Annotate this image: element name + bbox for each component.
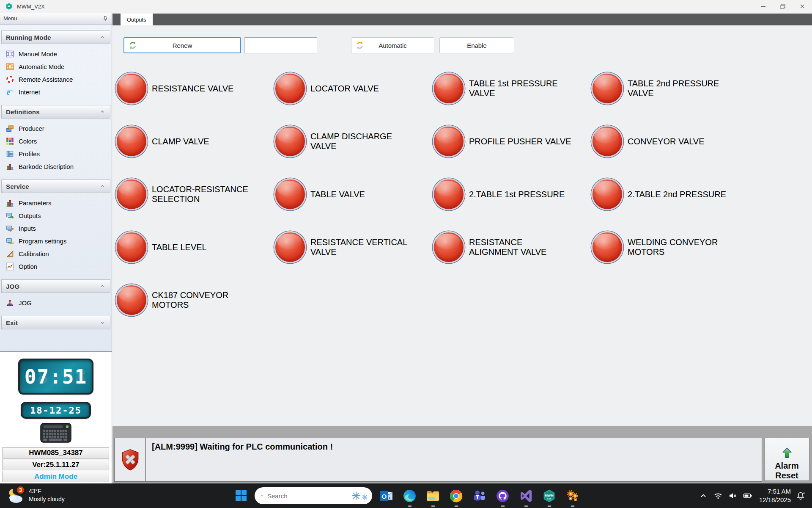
sidebar-item-internet[interactable]: e Internet <box>0 86 112 98</box>
output-indicator[interactable] <box>591 125 623 157</box>
taskbar-app-file-explorer[interactable] <box>421 483 444 508</box>
output-indicator[interactable] <box>433 72 465 105</box>
output-item-clamp-valve: CLAMP VALVE <box>115 125 274 157</box>
tray-clock[interactable]: 7:51 AM 12/18/2025 <box>759 487 791 504</box>
taskbar-app-visual-studio[interactable] <box>514 483 538 508</box>
virtual-keyboard-icon[interactable] <box>40 423 71 443</box>
section-header-service[interactable]: Service <box>1 179 110 193</box>
teams-icon <box>472 489 486 503</box>
section-header-definitions[interactable]: Definitions <box>1 105 110 119</box>
running-indicator <box>524 505 528 507</box>
alarm-shield-icon <box>121 449 140 471</box>
sidebar-item-label: Internet <box>19 88 40 96</box>
sidebar-item-profiles[interactable]: Profiles <box>0 147 112 160</box>
search-input[interactable] <box>267 492 351 500</box>
start-button[interactable] <box>236 490 247 501</box>
output-indicator[interactable] <box>274 178 306 210</box>
output-indicator[interactable] <box>591 178 623 210</box>
taskbar-app-chrome[interactable] <box>444 483 468 508</box>
sidebar-item-label: Colors <box>19 138 37 145</box>
enable-button[interactable]: Enable <box>439 37 514 53</box>
taskbar-app-teams[interactable] <box>468 483 491 508</box>
output-indicator[interactable] <box>274 231 306 263</box>
sidebar-item-automatic-mode[interactable]: Automatic Mode <box>0 60 112 73</box>
sidebar-item-label: Producer <box>19 125 44 132</box>
output-indicator[interactable] <box>115 178 148 210</box>
volume-muted-icon[interactable] <box>728 491 738 500</box>
output-indicator[interactable] <box>274 125 306 157</box>
restore-button[interactable] <box>773 0 793 13</box>
sidebar-item-label: Barkode Discription <box>19 163 74 170</box>
section-header-exit[interactable]: Exit <box>1 316 110 329</box>
output-indicator[interactable] <box>433 178 465 210</box>
sidebar-item-inputs[interactable]: Inputs <box>0 222 112 235</box>
lcd-clock: 88:88 07:51 <box>18 359 93 395</box>
output-indicator[interactable] <box>115 284 148 316</box>
output-indicator[interactable] <box>115 125 148 157</box>
taskbar-app-mwm[interactable]: MWMV2X <box>538 483 561 508</box>
output-indicator[interactable] <box>591 72 623 105</box>
output-label: CLAMP VALVE <box>152 137 209 146</box>
running-indicator <box>547 505 551 507</box>
section-title: JOG <box>6 283 19 290</box>
sidebar-item-barkode-discription[interactable]: Barkode Discription <box>0 160 112 173</box>
tab-outputs[interactable]: Outputs <box>121 14 153 25</box>
sidebar-item-program-settings[interactable]: Program settings <box>0 235 112 247</box>
section-header-jog[interactable]: JOG <box>1 279 110 293</box>
taskbar-app-plugins[interactable] <box>561 483 584 508</box>
output-item-2-table-2nd-pressure: 2.TABLE 2nd PRESSURE <box>591 178 750 210</box>
sidebar-item-label: JOG <box>19 299 32 306</box>
colors-icon <box>6 137 14 145</box>
weather-temp: 43°F <box>29 487 65 495</box>
sidebar-item-manuel-mode[interactable]: Manuel Mode <box>0 47 112 60</box>
taskbar-app-outlook[interactable]: O <box>375 483 398 508</box>
access-mode-label[interactable]: Admin Mode <box>3 471 109 482</box>
alarm-panel: [ALM:9999] Waiting for PLC communication… <box>114 438 762 482</box>
output-indicator[interactable] <box>433 125 465 157</box>
output-indicator[interactable] <box>115 231 148 263</box>
tray-chevron-up-icon[interactable] <box>699 491 708 500</box>
sidebar-item-jog[interactable]: JOG <box>0 296 112 309</box>
chevron-up-icon <box>99 108 106 115</box>
section-header-running-mode[interactable]: Running Mode <box>1 30 110 44</box>
pin-icon[interactable] <box>102 16 108 22</box>
automatic-button[interactable]: Automatic <box>351 37 434 53</box>
app-logo-icon <box>5 3 13 10</box>
sidebar-item-remote-assistance[interactable]: Remote Assistance <box>0 73 112 86</box>
weather-widget[interactable]: 3 43°F Mostly cloudy <box>6 486 65 504</box>
renew-button[interactable]: Renew <box>123 37 241 53</box>
sidebar-item-calibration[interactable]: Calibration <box>0 247 112 260</box>
notification-bell-icon[interactable]: z <box>796 491 807 501</box>
alarm-region: [ALM:9999] Waiting for PLC communication… <box>112 426 812 483</box>
taskbar-search[interactable] <box>255 487 372 504</box>
output-indicator[interactable] <box>274 72 306 105</box>
refresh-green-icon <box>129 41 137 50</box>
minimize-button[interactable] <box>754 0 773 13</box>
enable-label: Enable <box>467 42 487 49</box>
output-label: TABLE VALVE <box>310 190 365 199</box>
sidebar-item-producer[interactable]: Producer <box>0 122 112 135</box>
sidebar-item-colors[interactable]: Colors <box>0 135 112 147</box>
battery-icon[interactable] <box>743 491 752 500</box>
sidebar-item-label: Outputs <box>19 212 41 219</box>
output-indicator[interactable] <box>433 231 465 263</box>
alarm-reset-button[interactable]: AlarmReset <box>764 438 809 481</box>
wifi-icon[interactable] <box>713 491 723 500</box>
sidebar-item-parameters[interactable]: Parameters <box>0 196 112 209</box>
output-indicator[interactable] <box>591 231 623 263</box>
taskbar-app-edge[interactable] <box>398 483 421 508</box>
main-area: Outputs Renew Automatic Enable RESISTANC… <box>112 13 812 483</box>
toolbar-input[interactable] <box>244 37 317 53</box>
lcd-date: 88-88-88 18-12-25 <box>21 402 91 419</box>
sidebar-item-outputs[interactable]: Outputs <box>0 209 112 222</box>
sidebar-item-label: Inputs <box>19 225 36 232</box>
close-button[interactable] <box>793 0 812 13</box>
system-tray: 7:51 AM 12/18/2025 z <box>693 483 809 508</box>
barchart-icon <box>6 199 14 207</box>
sidebar-item-option[interactable]: Option <box>0 260 112 273</box>
taskbar-app-github[interactable] <box>491 483 514 508</box>
output-label: LOCATOR-RESISTANCE SELECTION <box>152 185 255 204</box>
output-indicator[interactable] <box>115 72 148 105</box>
alarm-message: [ALM:9999] Waiting for PLC communication… <box>146 438 333 481</box>
sidebar: Menu Running Mode Manuel Mode Automatic … <box>0 13 112 483</box>
